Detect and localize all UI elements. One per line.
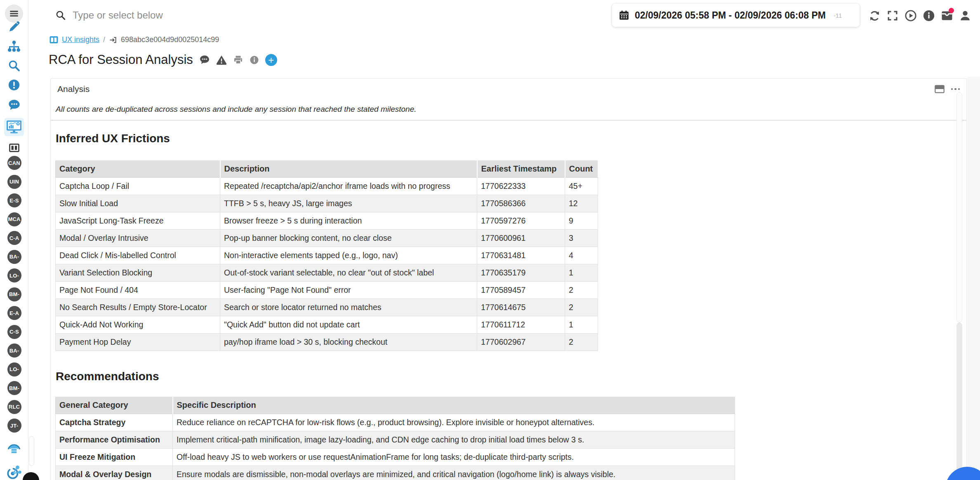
col-count: Count (565, 160, 598, 178)
table-cell: 4 (565, 247, 598, 264)
sidebar-avatar[interactable]: BA- (7, 344, 21, 358)
recommendation-row: Captcha StrategyReduce reliance on reCAP… (56, 414, 735, 431)
search-nav-icon[interactable] (5, 59, 23, 73)
table-cell: Out-of-stock variant selectable, no clea… (220, 264, 477, 282)
refresh-icon[interactable] (868, 9, 881, 22)
table-cell: Payment Hop Delay (56, 334, 220, 351)
col-earliest-timestamp: Earliest Timestamp (477, 160, 565, 178)
chat-bubble-icon[interactable] (5, 98, 23, 112)
table-cell: 1770586366 (477, 195, 565, 212)
table-cell: 3 (565, 230, 598, 247)
date-offset-label: -11 (834, 12, 842, 19)
table-cell: 1770600961 (477, 230, 565, 247)
table-cell: Non-interactive elements tapped (e.g., l… (220, 247, 477, 264)
table-cell: Search or store locator returned no matc… (220, 299, 477, 316)
sidebar-avatar[interactable]: UIN (7, 175, 21, 189)
user-icon[interactable] (959, 9, 972, 22)
sidebar-avatar[interactable]: LO- (7, 268, 21, 282)
panel-scrollbar-thumb[interactable] (956, 92, 962, 322)
recommendations-heading: Recommendations (56, 370, 966, 383)
table-cell: Dead Click / Mis-labelled Control (56, 247, 220, 264)
sidebar-avatar[interactable]: E-A (7, 306, 21, 320)
breadcrumb-current: 698abc3e004d9d0025014c99 (121, 35, 219, 44)
date-range-value: 02/09/2026 05:58 PM - 02/09/2026 06:08 P… (635, 10, 826, 21)
comment-icon[interactable] (199, 55, 210, 65)
table-cell: "Quick Add" button did not update cart (220, 316, 477, 334)
table-cell: No Search Results / Empty Store-Locator (56, 299, 220, 316)
table-cell: UI Freeze Mitigation (56, 449, 173, 466)
table-cell: Reduce reliance on reCAPTCHA for low-ris… (173, 414, 735, 431)
inbox-icon[interactable] (940, 9, 954, 22)
table-cell: 1770611712 (477, 316, 565, 334)
data-stream-icon[interactable] (5, 440, 23, 454)
info-small-icon[interactable] (250, 55, 259, 65)
recommendation-row: UI Freeze MitigationOff-load heavy JS to… (56, 449, 735, 466)
table-cell: Page Not Found / 404 (56, 282, 220, 299)
play-icon[interactable] (904, 9, 917, 22)
sidebar-avatar[interactable]: C-A (7, 231, 21, 245)
analysis-note: All counts are de-duplicated across sess… (56, 105, 961, 114)
friction-row: Modal / Overlay IntrusivePop-up banner b… (56, 230, 598, 247)
calendar-icon (619, 10, 629, 21)
alert-circle-icon[interactable] (5, 78, 23, 92)
analysis-panel: Analysis All counts are de-duplicated ac… (50, 78, 967, 480)
recommendation-row: Modal & Overlay DesignEnsure modals are … (56, 466, 735, 480)
page-right-gutter (967, 77, 980, 480)
table-cell: Slow Initial Load (56, 195, 220, 212)
frictions-header-row: Category Description Earliest Timestamp … (56, 160, 598, 178)
sidebar-avatar[interactable]: E-S (7, 193, 21, 207)
sign-in-icon (109, 36, 117, 44)
info-icon[interactable] (922, 9, 935, 22)
friction-row: Dead Click / Mis-labelled ControlNon-int… (56, 247, 598, 264)
window-view-icon[interactable] (935, 85, 945, 93)
dashboard-monitor-icon[interactable] (4, 118, 24, 136)
sidebar-avatar[interactable]: RLC (7, 400, 21, 414)
table-cell: Modal & Overlay Design (56, 466, 173, 480)
sidebar-avatar[interactable]: BM- (7, 381, 21, 395)
friction-row: Variant Selection BlockingOut-of-stock v… (56, 264, 598, 282)
sidebar-avatar[interactable]: LO- (7, 362, 21, 376)
sidebar-avatar[interactable]: MCA (7, 212, 21, 226)
breadcrumb-root-link[interactable]: UX insights (62, 35, 99, 44)
friction-row: JavaScript Long-Task FreezeBrowser freez… (56, 212, 598, 230)
friction-row: Slow Initial LoadTTFB > 5 s, heavy JS, l… (56, 195, 598, 212)
print-icon[interactable] (233, 55, 243, 65)
sitemap-icon[interactable] (5, 39, 23, 53)
table-cell: Pop-up banner blocking content, no clear… (220, 230, 477, 247)
table-cell: Modal / Overlay Intrusive (56, 230, 220, 247)
panel-title: Analysis (57, 84, 90, 94)
fullscreen-icon[interactable] (886, 9, 899, 22)
sidebar-avatar[interactable]: C-S (7, 325, 21, 339)
table-cell: 9 (565, 212, 598, 230)
table-cell: 2 (565, 299, 598, 316)
warning-icon[interactable] (216, 55, 227, 65)
sidebar-scrollbar-thumb[interactable] (29, 436, 34, 466)
table-cell: 1 (565, 316, 598, 334)
sidebar-avatar[interactable]: JT- (7, 419, 21, 433)
friction-row: Payment Hop Delaypay/hop iframe load > 3… (56, 334, 598, 351)
date-range-picker[interactable]: 02/09/2026 05:58 PM - 02/09/2026 06:08 P… (612, 4, 860, 27)
kanban-board-icon[interactable] (5, 141, 23, 155)
sidebar-avatar[interactable]: BA- (7, 250, 21, 264)
table-cell: Ensure modals are dismissible, non-modal… (173, 466, 735, 480)
table-cell: Captcha Loop / Fail (56, 178, 220, 195)
edit-pencil-icon[interactable] (5, 20, 23, 34)
add-panel-button[interactable]: + (265, 54, 277, 66)
recommendations-header-row: General Category Specific Description (56, 397, 735, 414)
panel-menu-icon[interactable] (951, 88, 960, 90)
table-cell: Performance Optimisation (56, 431, 173, 449)
table-cell: Off-load heavy JS to web workers or use … (173, 449, 735, 466)
search-input[interactable] (72, 9, 546, 21)
sidebar-avatar[interactable]: BM- (7, 287, 21, 301)
table-cell: 1770635179 (477, 264, 565, 282)
hamburger-lines-icon (9, 9, 19, 19)
network-share-icon[interactable] (5, 465, 23, 479)
sidebar-avatar[interactable]: CAN (7, 156, 21, 170)
table-cell: 1770602967 (477, 334, 565, 351)
table-cell: 1770589457 (477, 282, 565, 299)
table-cell: Repeated /recaptcha/api2/anchor iframe l… (220, 178, 477, 195)
board-icon (49, 36, 58, 44)
frictions-table: Category Description Earliest Timestamp … (55, 160, 598, 351)
page-scrollbar-thumb[interactable] (956, 322, 962, 480)
friction-row: Quick-Add Not Working"Quick Add" button … (56, 316, 598, 334)
